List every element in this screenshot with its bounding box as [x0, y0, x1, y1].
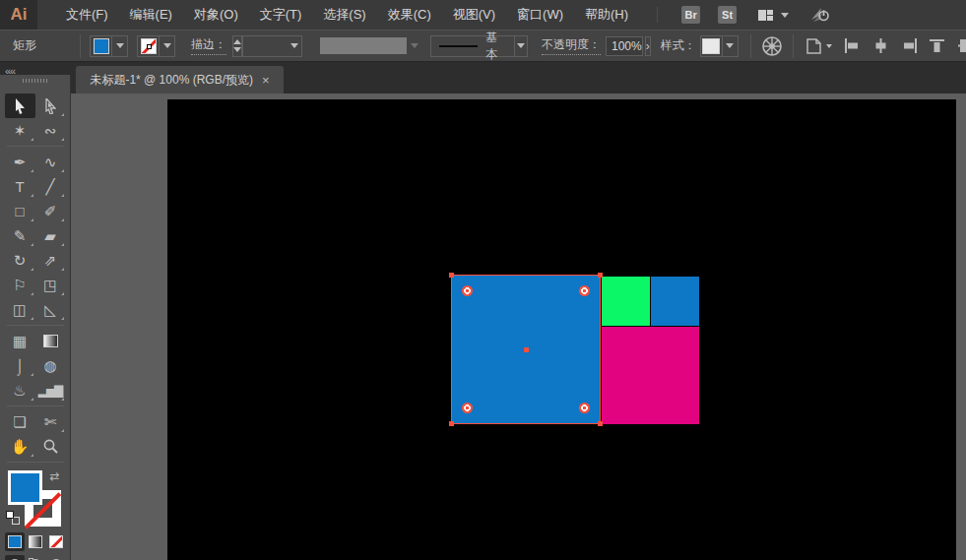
- style-dropdown[interactable]: [700, 35, 739, 57]
- curvature-tool[interactable]: ∿: [35, 150, 66, 174]
- live-corner-widget[interactable]: [579, 285, 590, 296]
- eyedropper-tool[interactable]: ⌡: [5, 353, 35, 378]
- opacity-label[interactable]: 不透明度：: [542, 36, 601, 55]
- lasso-tool[interactable]: ∾: [35, 118, 66, 143]
- stroke-weight-stepper[interactable]: [232, 35, 242, 57]
- shape-builder-tool[interactable]: ◫: [5, 297, 35, 322]
- selection-center-point[interactable]: [524, 347, 529, 352]
- control-bar: 矩形 描边： 基本 不透明度： 100% › 样式: [0, 30, 966, 62]
- width-tool[interactable]: ⚐: [5, 273, 35, 297]
- stroke-none-swatch[interactable]: [141, 38, 157, 54]
- gradient-tool[interactable]: [35, 329, 66, 353]
- small-blue-square[interactable]: [651, 277, 699, 326]
- tools-panel-grip[interactable]: [23, 79, 48, 83]
- opacity-next-button[interactable]: ›: [645, 36, 651, 56]
- menu-select[interactable]: 选择(S): [312, 0, 376, 30]
- live-corner-widget[interactable]: [462, 403, 473, 413]
- perspective-grid-tool[interactable]: ◺: [35, 297, 66, 322]
- brush-definition-dropdown[interactable]: 基本: [430, 35, 528, 57]
- align-vertical-top-icon[interactable]: [930, 38, 946, 53]
- slice-tool[interactable]: ✄: [35, 409, 66, 434]
- bridge-button[interactable]: Br: [681, 6, 700, 24]
- workspace-switcher-icon[interactable]: [758, 10, 773, 21]
- selection-bounding-box: [451, 275, 601, 424]
- menu-bar: Ai 文件(F) 编辑(E) 对象(O) 文字(T) 选择(S) 效果(C) 视…: [0, 0, 966, 30]
- draw-inside-icon[interactable]: [46, 555, 66, 560]
- paintbrush-tool[interactable]: ✐: [35, 199, 66, 223]
- fill-indicator[interactable]: [8, 470, 42, 505]
- swap-fill-stroke-icon[interactable]: ⇄: [50, 469, 60, 483]
- document-setup-chevron-down-icon: [826, 44, 832, 48]
- stock-button[interactable]: St: [718, 6, 737, 24]
- stroke-weight-value: [243, 36, 287, 56]
- align-horizontal-left-icon[interactable]: [844, 38, 861, 53]
- scale-tool[interactable]: ⇗: [35, 248, 66, 273]
- column-graph-tool[interactable]: ▂▅▇: [35, 378, 66, 403]
- pen-tool[interactable]: ✒: [5, 150, 35, 174]
- menu-effect[interactable]: 效果(C): [377, 0, 442, 30]
- live-corner-widget[interactable]: [579, 403, 590, 413]
- style-label: 样式：: [661, 37, 696, 54]
- free-transform-tool[interactable]: ◳: [35, 273, 66, 297]
- document-setup-icon[interactable]: [804, 36, 832, 56]
- none-button[interactable]: [46, 532, 66, 551]
- menu-help[interactable]: 帮助(H): [574, 0, 639, 30]
- draw-normal-icon[interactable]: [5, 555, 25, 560]
- style-swatch[interactable]: [702, 38, 720, 54]
- fill-chevron-down-icon[interactable]: [116, 43, 124, 48]
- recolor-artwork-icon[interactable]: [761, 35, 783, 57]
- menu-object[interactable]: 对象(O): [183, 0, 249, 30]
- fill-color-swatch[interactable]: [94, 38, 109, 54]
- align-horizontal-center-icon[interactable]: [872, 38, 889, 53]
- gradient-button[interactable]: [26, 532, 45, 551]
- rotate-tool[interactable]: ↻: [5, 248, 35, 273]
- align-horizontal-right-icon[interactable]: [901, 38, 918, 53]
- stroke-weight-label[interactable]: 描边：: [191, 36, 226, 55]
- illustrator-window: Ai 文件(F) 编辑(E) 对象(O) 文字(T) 选择(S) 效果(C) 视…: [0, 0, 966, 560]
- stroke-weight-dropdown[interactable]: [242, 35, 302, 57]
- type-tool[interactable]: T: [5, 174, 35, 199]
- selection-handle[interactable]: [449, 421, 454, 426]
- direct-selection-tool[interactable]: [35, 93, 66, 118]
- draw-behind-icon[interactable]: [26, 555, 45, 560]
- selection-handle[interactable]: [449, 273, 454, 278]
- menu-window[interactable]: 窗口(W): [506, 0, 574, 30]
- gpu-performance-icon[interactable]: [808, 6, 830, 24]
- width-profile-dropdown: [320, 37, 419, 54]
- color-button[interactable]: [5, 532, 25, 551]
- live-corner-widget[interactable]: [462, 285, 473, 296]
- tab-close-icon[interactable]: ×: [262, 74, 270, 87]
- document-tab[interactable]: 未标题-1* @ 100% (RGB/预览) ×: [76, 66, 284, 93]
- selection-handle[interactable]: [598, 421, 603, 426]
- stroke-color-control[interactable]: [137, 35, 175, 57]
- menu-edit[interactable]: 编辑(E): [119, 0, 183, 30]
- fill-color-control[interactable]: [90, 35, 128, 57]
- align-vertical-center-icon[interactable]: [958, 38, 966, 53]
- mesh-tool[interactable]: ▦: [5, 329, 35, 353]
- zoom-tool[interactable]: [35, 434, 66, 459]
- default-fill-stroke-icon[interactable]: [6, 511, 20, 525]
- brush-chevron-down-icon[interactable]: [517, 43, 525, 48]
- selection-tool[interactable]: [5, 93, 35, 118]
- line-segment-tool[interactable]: ╱: [35, 174, 66, 199]
- workspace-chevron-down-icon[interactable]: [781, 13, 789, 18]
- shaper-tool[interactable]: ✎: [5, 223, 35, 248]
- menu-view[interactable]: 视图(V): [442, 0, 506, 30]
- drawing-mode-buttons: [5, 555, 66, 560]
- symbol-sprayer-tool[interactable]: ♨: [5, 378, 35, 403]
- opacity-field[interactable]: 100%: [606, 36, 643, 56]
- menu-type[interactable]: 文字(T): [249, 0, 313, 30]
- selection-handle[interactable]: [598, 273, 603, 278]
- style-chevron-down-icon: [726, 43, 734, 48]
- menu-file[interactable]: 文件(F): [55, 0, 119, 30]
- magic-wand-tool[interactable]: ✶: [5, 118, 35, 143]
- canvas-area[interactable]: [71, 93, 966, 560]
- hand-tool[interactable]: ✋: [5, 434, 35, 459]
- eraser-tool[interactable]: ▰: [35, 223, 66, 248]
- green-square[interactable]: [602, 277, 650, 326]
- stroke-chevron-down-icon[interactable]: [163, 43, 171, 48]
- magenta-square[interactable]: [602, 327, 699, 424]
- rectangle-tool[interactable]: □: [5, 199, 35, 223]
- artboard-tool[interactable]: ❏: [5, 409, 35, 434]
- blend-tool[interactable]: ◍: [35, 353, 66, 378]
